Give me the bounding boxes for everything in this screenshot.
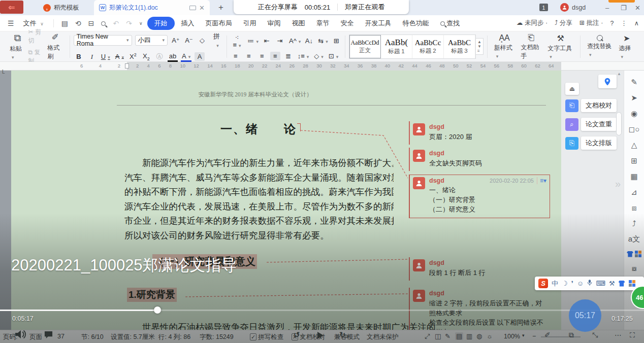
- menu-tab-section[interactable]: 章节: [312, 17, 334, 29]
- progress-handle[interactable]: [154, 306, 161, 314]
- video-progress-bar[interactable]: [0, 310, 644, 311]
- justify-icon[interactable]: ≡: [270, 52, 280, 60]
- skin-and-apps[interactable]: [627, 251, 641, 257]
- decrease-font-icon[interactable]: A⁻: [184, 36, 194, 45]
- side-tool-proofread[interactable]: ⎗ 文档校对: [565, 99, 617, 112]
- translate-icon[interactable]: a文: [628, 234, 640, 244]
- menu-tab-security[interactable]: 安全: [336, 17, 359, 29]
- comment-card[interactable]: dsgd 缩进 2 字符，段前段后设置不正确，对照格式要求 检查全文段前段后设置…: [409, 288, 550, 330]
- ime-punctuation-icon[interactable]: ❜: [571, 280, 573, 287]
- bullet-list-icon[interactable]: ⁖≡▾: [231, 33, 244, 49]
- forward-30-icon[interactable]: ↻30: [339, 330, 350, 339]
- ime-toolbox-icon[interactable]: ⚒: [609, 280, 615, 287]
- web-view-icon[interactable]: ◍: [476, 332, 482, 340]
- screenshot-icon[interactable]: ⧈: [632, 203, 637, 213]
- decrease-indent-icon[interactable]: ⇤: [262, 37, 272, 45]
- play-button[interactable]: [317, 332, 324, 339]
- side-tool-plagiarism-check[interactable]: ⌕ 论文查重: [565, 118, 617, 131]
- skin-icon[interactable]: [627, 251, 633, 257]
- superscript-button[interactable]: X2: [128, 52, 138, 61]
- increase-font-icon[interactable]: A⁺: [171, 36, 181, 45]
- screen-share-icon[interactable]: [189, 6, 196, 10]
- ime-grid-icon[interactable]: [629, 280, 635, 287]
- print-icon[interactable]: ⊟: [86, 19, 97, 27]
- style-heading2[interactable]: AaBbCc标题 2: [412, 35, 444, 58]
- pip-screen-icon[interactable]: ⧉: [569, 331, 574, 339]
- meeting-timer-bubble[interactable]: 05:17: [569, 299, 601, 332]
- image-tool-icon[interactable]: ⧇: [632, 264, 637, 273]
- font-color-button[interactable]: A▾: [181, 52, 191, 62]
- export-share-icon[interactable]: ⤴: [632, 219, 636, 228]
- doc-title[interactable]: 一、绪 论: [124, 121, 393, 137]
- smartart-icon[interactable]: △: [631, 141, 637, 150]
- doc-assistant-button[interactable]: ⎗文档助手: [518, 33, 544, 60]
- increase-indent-icon[interactable]: ⇥: [275, 37, 285, 45]
- comment-card[interactable]: dsgd 页眉：2020 届: [409, 121, 550, 145]
- distribute-icon[interactable]: ≣: [283, 52, 294, 60]
- new-style-button[interactable]: A͙A新样式 ▾: [491, 33, 518, 59]
- comment-card-selected[interactable]: dsgd 2020-02-20 22:05 ≡▾ 一、绪论 （一）研究背景 （二…: [409, 175, 550, 218]
- panel-expand-chevron[interactable]: »: [615, 178, 621, 190]
- subscript-button[interactable]: X2: [141, 52, 151, 62]
- paste-button[interactable]: ⧉粘贴 ▾: [7, 32, 28, 60]
- menu-tab-view[interactable]: 视图: [287, 17, 310, 29]
- text-tool-button[interactable]: ⚒文字工具 ▾: [544, 33, 576, 60]
- print-layout-view-icon[interactable]: ▤: [455, 332, 463, 340]
- char-shading-button[interactable]: A: [195, 52, 205, 61]
- menu-tab-dev-tools[interactable]: 开发工具: [361, 17, 396, 29]
- share-button[interactable]: ⤴ 分享: [555, 19, 572, 27]
- tab-document[interactable]: W 郑箫论文1(1).doc ✕: [94, 0, 210, 15]
- undo-icon[interactable]: ↶: [110, 19, 121, 27]
- section-indicator[interactable]: 节: 6/10: [81, 333, 104, 341]
- more-caret-icon[interactable]: ∨: [137, 21, 145, 26]
- borders-icon[interactable]: ⊡▾: [328, 52, 339, 60]
- close-button[interactable]: ✕: [635, 4, 640, 12]
- table-icon[interactable]: ⊞: [631, 156, 637, 165]
- align-left-icon[interactable]: ≡: [231, 52, 241, 60]
- two-page-view-icon[interactable]: ◫: [435, 332, 441, 340]
- exit-fullscreen-icon[interactable]: ⤡: [592, 331, 598, 339]
- sogou-logo-icon[interactable]: S: [538, 279, 548, 288]
- font-name-select[interactable]: Times New Roma▾: [74, 35, 132, 46]
- danmaku-comment-icon[interactable]: [44, 330, 53, 340]
- zoom-caret-icon[interactable]: ▾: [522, 333, 525, 338]
- menu-tab-review[interactable]: 审阅: [263, 17, 285, 29]
- format-painter-button[interactable]: ✐格式刷: [44, 32, 66, 61]
- highlight-color-button[interactable]: ab: [168, 52, 178, 62]
- fullscreen-view-icon[interactable]: ⤢: [425, 332, 430, 340]
- tab-docer[interactable]: , 稻壳模板: [38, 0, 84, 15]
- align-center-icon[interactable]: ≡: [244, 52, 254, 60]
- tab-stop-selector[interactable]: L: [2, 69, 5, 75]
- doc-heading-2[interactable]: 1.研究背景: [127, 288, 177, 302]
- outline-view-icon[interactable]: ▥: [466, 332, 472, 340]
- insert-table-icon[interactable]: ⊞: [331, 37, 341, 45]
- style-heading3[interactable]: AaBbC标题 3: [444, 35, 475, 58]
- comment-button[interactable]: ⊞ 批注 ·: [579, 19, 603, 27]
- italic-button[interactable]: I: [87, 52, 97, 61]
- zoom-out-button[interactable]: −: [532, 333, 536, 340]
- menu-tab-home[interactable]: 开始: [147, 17, 175, 30]
- ime-keyboard-icon[interactable]: ⌨: [596, 280, 605, 287]
- chart-icon[interactable]: ⊿: [631, 188, 637, 197]
- menu-tab-features[interactable]: 特色功能: [398, 17, 434, 29]
- shapes-icon[interactable]: ◻○: [629, 125, 640, 134]
- app-grid-icon[interactable]: [635, 251, 641, 257]
- style-heading1[interactable]: AaBb(标题 1: [381, 35, 412, 58]
- restore-button[interactable]: ❐: [621, 4, 627, 12]
- export-icon[interactable]: ⟲: [73, 19, 84, 27]
- print-preview-icon[interactable]: [99, 19, 108, 27]
- find-replace-button[interactable]: 查找替换 ▾: [584, 35, 616, 58]
- eye-protect-icon[interactable]: ☼: [487, 332, 493, 340]
- styles-down-icon[interactable]: ▼: [477, 44, 481, 49]
- avatar[interactable]: [560, 3, 569, 12]
- annotate-pen-icon[interactable]: ✐: [544, 331, 551, 339]
- cut-button[interactable]: ✂ 剪切: [28, 28, 45, 45]
- comment-menu-icon[interactable]: ≡▾: [537, 177, 546, 184]
- styles-up-icon[interactable]: ▲: [477, 40, 481, 44]
- menu-find[interactable]: 查找: [436, 17, 465, 29]
- align-right-icon[interactable]: ≡: [257, 52, 267, 60]
- bold-button[interactable]: B: [74, 52, 84, 61]
- ime-toolbar[interactable]: S 中 ☽ ❜ ☺ ⌨ ⚒: [535, 277, 644, 290]
- pinyin-guide-icon[interactable]: 拼▾: [210, 31, 223, 49]
- comment-card[interactable]: dsgd 全文缺失页脚页码: [409, 148, 550, 171]
